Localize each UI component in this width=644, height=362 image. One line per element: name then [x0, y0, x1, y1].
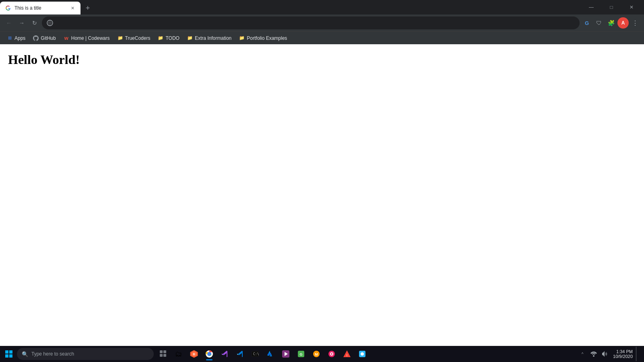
start-button[interactable]	[2, 347, 16, 361]
taskbar-clock[interactable]: 1:34 PM 10/9/2020	[611, 349, 634, 359]
app-red-button[interactable]: !	[340, 347, 354, 361]
window-controls: — □ ✕	[579, 0, 644, 14]
taskbar-search[interactable]: 🔍 Type here to search	[17, 348, 154, 360]
app-lightblue-button[interactable]	[355, 347, 369, 361]
tray-chevron[interactable]: ^	[578, 349, 587, 359]
svg-point-16	[208, 353, 211, 356]
bookmark-extra-info-label: Extra Information	[195, 35, 231, 41]
svg-rect-6	[9, 354, 12, 358]
svg-point-33	[593, 355, 594, 357]
svg-point-32	[361, 352, 364, 356]
maximize-button[interactable]: □	[602, 1, 621, 14]
svg-text:!: !	[347, 354, 347, 357]
bookmark-portfolio-label: Portfolio Examples	[247, 35, 287, 41]
azure-button[interactable]	[263, 347, 278, 361]
sound-icon[interactable]	[600, 349, 610, 359]
svg-text:B: B	[193, 352, 195, 356]
terminal-button[interactable]: C:\>_	[248, 347, 262, 361]
github-icon	[33, 35, 39, 41]
browser-window: This is a title ✕ + — □ ✕ ← → ↻	[0, 0, 644, 346]
bookmark-truecoders-label: TrueCoders	[125, 35, 151, 41]
shield-icon[interactable]: 🛡	[593, 17, 605, 29]
tab-favicon	[5, 5, 11, 11]
bookmark-todo-label: TODO	[165, 35, 179, 41]
svg-rect-9	[163, 354, 166, 357]
bookmark-truecoders[interactable]: 📁 TrueCoders	[114, 33, 154, 43]
menu-icon[interactable]: ⋮	[630, 17, 641, 29]
folder-icon-1: 📁	[117, 35, 124, 41]
reload-button[interactable]: ↻	[29, 17, 40, 29]
task-view-button[interactable]	[156, 347, 171, 361]
svg-rect-5	[5, 354, 8, 358]
file-explorer-button[interactable]: 🗂	[171, 347, 186, 361]
bookmark-extra-info[interactable]: 📁 Extra Information	[184, 33, 235, 43]
minimize-button[interactable]: —	[582, 1, 601, 14]
tab-title: This is a title	[14, 5, 66, 11]
search-icon: 🔍	[22, 351, 28, 357]
address-bar[interactable]	[42, 16, 580, 29]
bookmark-todo[interactable]: 📁 TODO	[154, 33, 182, 43]
forward-button[interactable]: →	[16, 17, 27, 29]
svg-rect-8	[163, 350, 166, 353]
svg-point-28	[331, 353, 332, 355]
folder-icon-4: 📁	[239, 35, 245, 41]
bookmark-codewars[interactable]: w Home | Codewars	[60, 33, 113, 43]
chrome-button[interactable]	[202, 347, 217, 361]
codewars-icon: w	[63, 35, 70, 41]
bookmark-apps-label: Apps	[14, 35, 25, 41]
close-button[interactable]: ✕	[622, 1, 641, 14]
search-placeholder-text: Type here to search	[31, 351, 74, 357]
extensions-icon[interactable]: 🧩	[605, 17, 617, 29]
tab-strip: This is a title ✕ +	[0, 0, 579, 14]
new-tab-button[interactable]: +	[82, 2, 93, 14]
apps-icon: ⊞	[6, 35, 13, 41]
vstest-button[interactable]	[279, 347, 293, 361]
show-desktop-button[interactable]	[636, 347, 639, 361]
tab-close-button[interactable]: ✕	[69, 5, 76, 11]
bookmark-portfolio[interactable]: 📁 Portfolio Examples	[235, 33, 290, 43]
grammarly-icon[interactable]: G	[581, 17, 592, 29]
browser-toolbar: ← → ↻ G 🛡 🧩 A ⋮	[0, 14, 644, 31]
bookmark-github-label: GitHub	[41, 35, 56, 41]
network-icon[interactable]	[589, 349, 599, 359]
bookmark-github[interactable]: GitHub	[29, 33, 59, 43]
svg-rect-10	[160, 354, 163, 357]
taskbar-app-icons: 🗂 B	[155, 347, 577, 361]
folder-icon-2: 📁	[157, 35, 164, 41]
url-input[interactable]	[56, 20, 575, 26]
app-orange-button[interactable]: M	[309, 347, 324, 361]
bookmark-apps[interactable]: ⊞ Apps	[3, 33, 29, 43]
svg-rect-4	[9, 350, 12, 354]
svg-text:M: M	[315, 352, 318, 356]
taskbar-tray: ^ 1:34 PM 10/9/2020	[578, 347, 642, 361]
profile-button[interactable]: A	[617, 17, 629, 29]
address-favicon	[47, 20, 53, 26]
folder-icon-3: 📁	[187, 35, 193, 41]
bookmark-codewars-label: Home | Codewars	[71, 35, 110, 41]
page-content: Hello World!	[0, 44, 644, 346]
bookmarks-bar: ⊞ Apps GitHub w Home | Codewars 📁 TrueCo…	[0, 31, 644, 44]
page-heading: Hello World!	[8, 52, 636, 67]
taskbar: 🔍 Type here to search 🗂 B	[0, 346, 644, 362]
svg-rect-7	[160, 350, 163, 353]
brave-button[interactable]: B	[187, 347, 201, 361]
toolbar-actions: G 🛡 🧩 A ⋮	[581, 17, 641, 29]
back-button[interactable]: ←	[3, 17, 14, 29]
clock-date: 10/9/2020	[613, 354, 633, 359]
clock-time: 1:34 PM	[616, 349, 633, 354]
vscode-purple-button[interactable]	[217, 347, 232, 361]
vscode-blue-button[interactable]	[233, 347, 247, 361]
active-tab[interactable]: This is a title ✕	[0, 2, 80, 14]
title-bar: This is a title ✕ + — □ ✕	[0, 0, 644, 14]
app-green-button[interactable]: G	[294, 347, 308, 361]
svg-text:C:\>_: C:\>_	[253, 352, 259, 356]
svg-text:G: G	[299, 352, 302, 356]
svg-rect-3	[5, 350, 8, 354]
app-pink-button[interactable]	[324, 347, 339, 361]
